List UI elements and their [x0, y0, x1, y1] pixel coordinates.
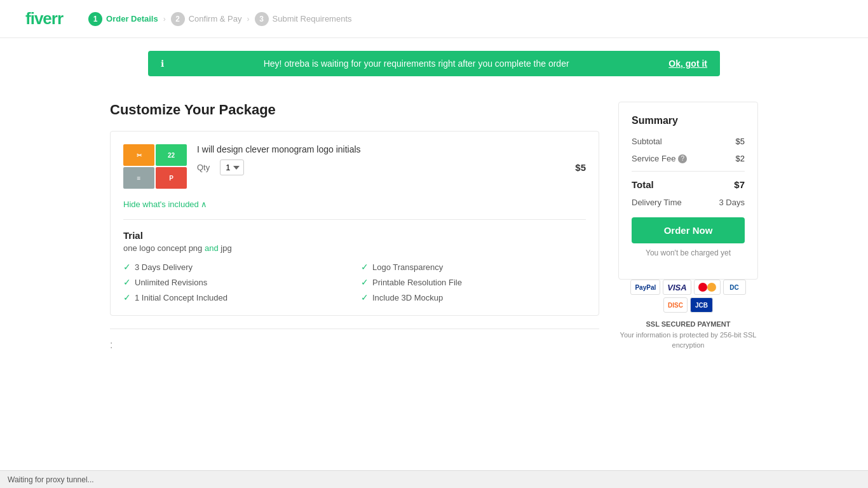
breadcrumb: 1 Order Details › 2 Confirm & Pay › 3 Su…	[88, 12, 351, 26]
check-icon-4: ✓	[361, 277, 369, 287]
section-divider	[123, 219, 586, 220]
order-now-button[interactable]: Order Now	[632, 217, 745, 243]
package-desc: one logo concept png and jpg	[123, 243, 586, 253]
step-3: 3 Submit Requirements	[255, 12, 352, 26]
check-icon-2: ✓	[361, 262, 369, 272]
step-arrow-2: ›	[247, 15, 250, 24]
service-fee-info-icon[interactable]: ?	[678, 154, 687, 163]
visa-badge: VISA	[663, 280, 691, 295]
feature-item: ✓ 1 Initial Concept Included	[123, 292, 348, 302]
img-cell-3: ≡	[123, 167, 154, 189]
feature-item: ✓ Unlimited Revisions	[123, 277, 348, 287]
discover-badge: DISC	[663, 297, 688, 313]
left-section: Customize Your Package ✂ 22 ≡ P I will d…	[110, 102, 599, 351]
product-top: ✂ 22 ≡ P I will design clever monogram l…	[123, 144, 586, 189]
step-2-number: 2	[171, 12, 185, 26]
check-icon-3: ✓	[123, 277, 131, 287]
banner-cta[interactable]: Ok, got it	[668, 58, 707, 69]
qty-select[interactable]: 1 2 3	[220, 159, 244, 175]
step-3-number: 3	[255, 12, 269, 26]
notification-banner: ℹ Hey! otreba is waiting for your requir…	[148, 51, 720, 76]
step-1-label: Order Details	[106, 14, 158, 24]
img-cell-4: P	[156, 167, 187, 189]
service-fee-value: $2	[736, 154, 745, 163]
product-card: ✂ 22 ≡ P I will design clever monogram l…	[110, 131, 599, 316]
feature-label-3: Unlimited Revisions	[135, 278, 207, 287]
hide-included-link[interactable]: Hide what's included ∧	[123, 200, 207, 209]
service-fee-label: Service Fee ?	[632, 154, 687, 163]
qty-label: Qty	[197, 163, 210, 172]
step-3-label: Submit Requirements	[273, 14, 352, 24]
subtotal-value: $5	[736, 137, 745, 146]
payment-icons: PayPal VISA DC DISC JCB	[618, 280, 758, 313]
step-1-number: 1	[88, 12, 102, 26]
service-fee-row: Service Fee ? $2	[632, 154, 745, 163]
product-price: $5	[575, 162, 586, 173]
feature-item: ✓ Include 3D Mockup	[361, 292, 586, 302]
check-icon-6: ✓	[361, 292, 369, 302]
subtotal-label: Subtotal	[632, 137, 662, 146]
product-images: ✂ 22 ≡ P	[123, 144, 187, 189]
desc-link-and[interactable]: and	[205, 243, 219, 253]
ssl-desc: Your information is protected by 256-bit…	[620, 331, 757, 349]
right-section: Summary Subtotal $5 Service Fee ? $2 Tot…	[618, 102, 758, 351]
banner-icon: ℹ	[161, 58, 164, 69]
product-title: I will design clever monogram logo initi…	[197, 144, 586, 154]
page-title: Customize Your Package	[110, 102, 599, 118]
ssl-title: SSL SECURED PAYMENT	[618, 319, 758, 330]
mastercard-badge	[694, 280, 721, 295]
feature-label-1: 3 Days Delivery	[135, 262, 193, 272]
img-cell-2: 22	[156, 144, 187, 166]
ssl-text: SSL SECURED PAYMENT Your information is …	[618, 319, 758, 351]
step-2-label: Confirm & Pay	[189, 14, 242, 24]
subtotal-row: Subtotal $5	[632, 137, 745, 146]
jcb-badge: JCB	[690, 297, 713, 313]
banner-message: Hey! otreba is waiting for your requirem…	[172, 58, 661, 69]
no-charge-text: You won't be charged yet	[632, 248, 745, 257]
delivery-label: Delivery Time	[632, 198, 682, 207]
fiverr-logo: fiverr	[25, 9, 63, 29]
header: fiverr 1 Order Details › 2 Confirm & Pay…	[0, 0, 868, 38]
feature-label-2: Logo Transparency	[372, 262, 443, 272]
step-1: 1 Order Details	[88, 12, 158, 26]
package-name: Trial	[123, 230, 586, 241]
ellipsis: :	[110, 339, 599, 351]
summary-card: Summary Subtotal $5 Service Fee ? $2 Tot…	[618, 102, 758, 280]
features-grid: ✓ 3 Days Delivery ✓ Logo Transparency ✓ …	[123, 262, 586, 302]
check-icon-1: ✓	[123, 262, 131, 272]
check-icon-5: ✓	[123, 292, 131, 302]
feature-item: ✓ 3 Days Delivery	[123, 262, 348, 272]
feature-label-6: Include 3D Mockup	[372, 293, 443, 302]
step-2: 2 Confirm & Pay	[171, 12, 242, 26]
product-info: I will design clever monogram logo initi…	[197, 144, 586, 175]
summary-title: Summary	[632, 115, 745, 126]
feature-label-5: 1 Initial Concept Included	[135, 293, 227, 302]
main-divider	[110, 329, 599, 329]
delivery-row: Delivery Time 3 Days	[632, 198, 745, 207]
product-qty-price: Qty 1 2 3 $5	[197, 159, 586, 175]
feature-item: ✓ Logo Transparency	[361, 262, 586, 272]
main-container: Customize Your Package ✂ 22 ≡ P I will d…	[85, 89, 783, 363]
total-row: Total $7	[632, 179, 745, 190]
total-value: $7	[734, 179, 745, 190]
feature-label-4: Printable Resolution File	[372, 278, 462, 287]
paypal-badge: PayPal	[630, 280, 660, 295]
diners-badge: DC	[723, 280, 746, 295]
delivery-value: 3 Days	[719, 198, 745, 207]
img-cell-1: ✂	[123, 144, 154, 166]
total-label: Total	[632, 179, 654, 190]
step-arrow-1: ›	[163, 15, 166, 24]
summary-divider	[632, 171, 745, 172]
feature-item: ✓ Printable Resolution File	[361, 277, 586, 287]
